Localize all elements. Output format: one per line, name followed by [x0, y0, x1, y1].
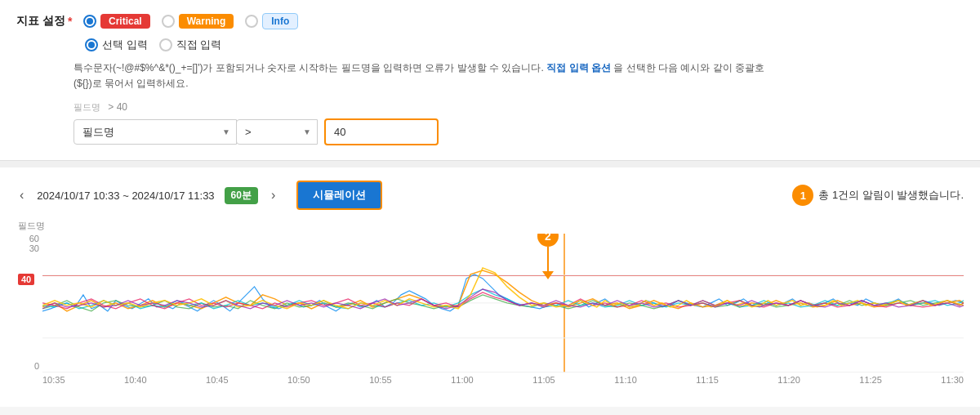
section-divider — [0, 161, 980, 167]
chart-header: ‹ 2024/10/17 10:33 ~ 2024/10/17 11:33 60… — [16, 181, 964, 210]
y-label-30: 30 — [16, 243, 42, 253]
date-from: 2024/10/17 10:33 — [37, 190, 119, 202]
radio-direct-input[interactable]: 직접 입력 — [159, 38, 222, 52]
radio-dot-direct — [159, 38, 172, 51]
direct-input-label: 직접 입력 — [176, 38, 222, 52]
next-btn[interactable]: › — [268, 186, 278, 204]
date-to: 2024/10/17 11:33 — [131, 190, 214, 202]
duration-badge: 60분 — [225, 187, 258, 204]
severity-radio-group: Critical Warning Info — [83, 13, 298, 29]
date-range: 2024/10/17 10:33 ~ 2024/10/17 11:33 — [37, 190, 214, 202]
x-label-9: 11:15 — [696, 375, 719, 385]
chart-container: 60 30 0 40 2 — [16, 234, 964, 397]
x-label-2: 10:40 — [124, 375, 147, 385]
simulate-button[interactable]: 시뮬레이션 — [296, 181, 382, 210]
chart-panel: ‹ 2024/10/17 10:33 ~ 2024/10/17 11:33 60… — [0, 167, 980, 407]
x-label-3: 10:45 — [206, 375, 229, 385]
bubble2-circle: 2 — [537, 234, 559, 247]
warning-badge: Warning — [179, 14, 234, 29]
radio-info[interactable]: Info — [245, 13, 298, 29]
x-axis: 10:35 10:40 10:45 10:50 10:55 11:00 11:0… — [16, 375, 964, 385]
notice-text-part1: 특수문자(~!@#$%^&*()_+=[]')가 포함되거나 숫자로 시작하는 … — [74, 62, 544, 74]
x-label-1: 10:35 — [42, 375, 65, 385]
y-axis: 60 30 0 — [16, 234, 42, 373]
condition-preview: 필드명 > 40 — [74, 101, 439, 114]
alert-message: 총 1건의 알림이 발생했습니다. — [818, 188, 964, 203]
radio-dot-info — [245, 15, 258, 28]
radio-critical[interactable]: Critical — [83, 14, 150, 29]
x-label-11: 11:25 — [859, 375, 882, 385]
input-mode-group: 선택 입력 직접 입력 — [85, 38, 221, 52]
field-select[interactable]: 필드명 — [74, 119, 237, 145]
y-label-0: 0 — [16, 361, 42, 371]
radio-dot-critical — [83, 15, 96, 28]
chart-svg — [42, 234, 964, 373]
x-label-5: 10:55 — [369, 375, 392, 385]
section-title: 지표 설정 * — [16, 14, 74, 29]
x-label-6: 11:00 — [451, 375, 474, 385]
x-label-12: 11:30 — [941, 375, 964, 385]
settings-panel: 지표 설정 * Critical Warning Info — [0, 0, 980, 161]
y-label-60: 60 — [16, 234, 42, 243]
x-label-10: 11:20 — [777, 375, 800, 385]
field-select-wrap: 필드명 ▼ — [74, 119, 237, 145]
required-mark: * — [68, 15, 72, 28]
condition-row: 필드명 ▼ > >= < <= == != ▼ — [74, 118, 439, 145]
radio-dot-select — [85, 38, 98, 51]
chart-area: 60 30 0 40 2 — [16, 234, 964, 373]
radio-dot-warning — [162, 15, 175, 28]
prev-btn[interactable]: ‹ — [16, 186, 27, 204]
alert-info: 1 총 1건의 알림이 발생했습니다. — [792, 185, 964, 206]
x-label-7: 11:05 — [532, 375, 555, 385]
value-input[interactable] — [324, 118, 439, 145]
critical-badge: Critical — [100, 14, 150, 29]
bubble2-arrow — [542, 271, 554, 279]
notice-highlight: 직접 입력 옵션 — [546, 62, 611, 74]
radio-warning[interactable]: Warning — [162, 14, 234, 29]
x-label-8: 11:10 — [614, 375, 637, 385]
notice-text: 특수문자(~!@#$%^&*()_+=[]')가 포함되거나 숫자로 시작하는 … — [74, 60, 776, 91]
operator-select[interactable]: > >= < <= == != — [236, 119, 318, 145]
x-label-4: 10:50 — [287, 375, 310, 385]
select-input-label: 선택 입력 — [102, 38, 148, 52]
bubble2-annotation: 2 — [537, 234, 559, 279]
condition-preview-text: > 40 — [108, 101, 127, 113]
chart-y-title: 필드명 — [16, 220, 964, 232]
operator-select-wrap: > >= < <= == != ▼ — [237, 119, 318, 145]
threshold-label: 40 — [18, 273, 34, 285]
title-text: 지표 설정 — [16, 14, 65, 29]
bubble2-line — [547, 247, 549, 271]
alert-count-bubble: 1 — [792, 185, 813, 206]
info-badge: Info — [262, 13, 298, 29]
radio-select-input[interactable]: 선택 입력 — [85, 38, 148, 52]
